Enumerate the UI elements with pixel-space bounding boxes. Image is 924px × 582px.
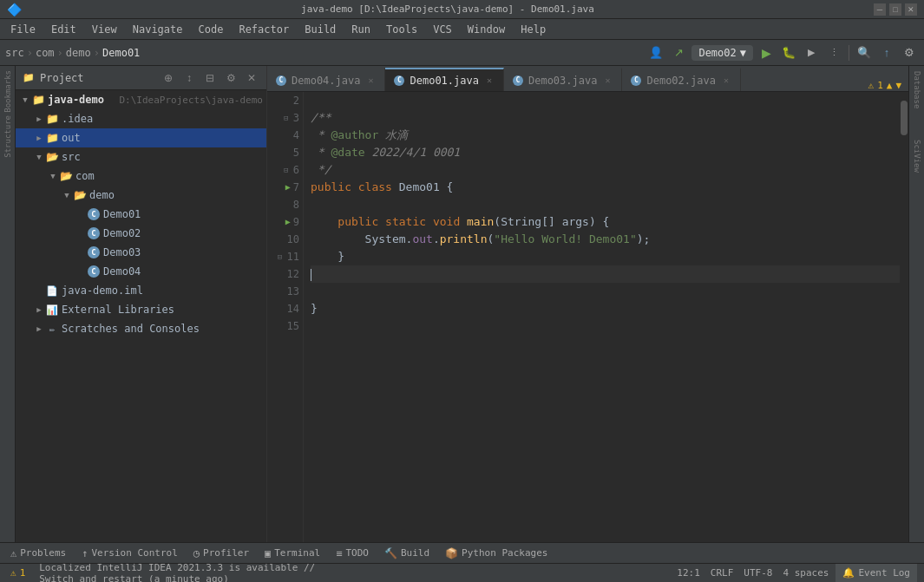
coverage-button[interactable]: ▶	[802, 43, 821, 62]
indent-setting[interactable]: 4 spaces	[779, 564, 832, 583]
tree-item-src[interactable]: ▼ 📂 src	[16, 147, 266, 167]
menu-vcs[interactable]: VCS	[426, 22, 459, 37]
inspection-badge[interactable]: ⚠ 1 ▲ ▼	[862, 80, 909, 91]
separator	[849, 45, 849, 61]
search-button[interactable]: 🔍	[855, 43, 874, 62]
breadcrumb-current[interactable]: Demo01	[102, 47, 140, 59]
tree-item-iml[interactable]: 📄 java-demo.iml	[16, 281, 266, 300]
tab-Demo02[interactable]: C Demo02.java ✕	[622, 68, 740, 91]
event-log-button[interactable]: 🔔 Event Log	[836, 564, 917, 583]
line-ending-text: CRLF	[711, 567, 734, 579]
settings-button[interactable]: ⚙	[900, 43, 919, 62]
editor[interactable]: 2 ⊟3 4 5 ⊟6 ▶7 8 ▶9 10 ⊟11 12 13 14 15	[267, 92, 908, 542]
tree-item-java-demo[interactable]: ▼ 📁 java-demo D:\IdeaProjects\java-demo	[16, 90, 266, 109]
tree-item-Demo04[interactable]: C Demo04	[16, 262, 266, 281]
problems-button[interactable]: ⚠ Problems	[3, 545, 73, 562]
update-button[interactable]: ↑	[877, 43, 896, 62]
tree-item-com[interactable]: ▼ 📂 com	[16, 167, 266, 186]
line-ending[interactable]: CRLF	[707, 564, 737, 583]
code-line-4: * @author 水滴	[311, 127, 900, 144]
code-line-11: }	[311, 248, 900, 265]
title-bar: 🔷 java-demo [D:\IdeaProjects\java-demo] …	[0, 0, 924, 19]
terminal-button[interactable]: ▣ Terminal	[258, 545, 327, 562]
menu-help[interactable]: Help	[514, 22, 553, 37]
run-config[interactable]: Demo02 ▼	[691, 45, 753, 61]
tab-demo04-close[interactable]: ✕	[365, 75, 376, 86]
menu-refactor[interactable]: Refactor	[232, 22, 296, 37]
sidebar-collapse-button[interactable]: ⊟	[202, 70, 218, 86]
menu-window[interactable]: Window	[461, 22, 512, 37]
left-panel-icons: Bookmarks Structure	[0, 66, 16, 542]
maximize-button[interactable]: □	[889, 3, 901, 16]
run-button[interactable]: ▶	[757, 43, 776, 62]
encoding[interactable]: UTF-8	[740, 564, 776, 583]
tree-item-Demo03[interactable]: C Demo03	[16, 243, 266, 262]
position-info[interactable]: 12:1	[673, 564, 704, 583]
tree-label-scratches: Scratches and Consoles	[62, 323, 263, 335]
tab-Demo01[interactable]: C Demo01.java ✕	[385, 68, 503, 91]
code-line-10: System.out.println("Hello World! Demo01"…	[311, 231, 900, 248]
menu-file[interactable]: File	[3, 22, 43, 37]
editor-tabs: C Demo04.java ✕ C Demo01.java ✕ C Demo03…	[267, 66, 908, 92]
build-button[interactable]: 🔨 Build	[377, 545, 436, 562]
sidebar-sync-button[interactable]: ↕	[181, 70, 197, 86]
tab-demo01-close[interactable]: ✕	[484, 75, 495, 86]
profiler-button[interactable]: ◷ Profiler	[187, 545, 256, 562]
version-control-button[interactable]: ↑ Version Control	[75, 545, 185, 562]
vcs-button[interactable]: ↗	[669, 43, 688, 62]
tree-item-external-libs[interactable]: ▶ 📊 External Libraries	[16, 300, 266, 319]
editor-scrollbar[interactable]	[900, 92, 908, 542]
tree-item-out[interactable]: ▶ 📁 out	[16, 128, 266, 147]
inspection-status[interactable]: ⚠ 1	[7, 564, 29, 583]
right-icon-database[interactable]: Database	[911, 66, 923, 114]
tree-item-demo[interactable]: ▼ 📂 demo	[16, 186, 266, 205]
breadcrumb-com[interactable]: com	[36, 47, 55, 59]
tab-demo04-icon: C	[276, 75, 286, 86]
left-icon-bookmarks[interactable]: Bookmarks	[2, 69, 14, 113]
tab-Demo04[interactable]: C Demo04.java ✕	[267, 68, 385, 91]
debug-button[interactable]: 🐛	[779, 43, 798, 62]
right-icon-sciview[interactable]: SciView	[911, 134, 923, 178]
sidebar-settings-button[interactable]: ⚙	[223, 70, 239, 86]
menu-run[interactable]: Run	[344, 22, 377, 37]
menu-code[interactable]: Code	[192, 22, 231, 37]
indent-text: 4 spaces	[783, 567, 829, 579]
menu-edit[interactable]: Edit	[44, 22, 83, 37]
breadcrumb: src › com › demo › Demo01	[5, 47, 140, 59]
git-button[interactable]: 👤	[646, 43, 665, 62]
editor-area: C Demo04.java ✕ C Demo01.java ✕ C Demo03…	[267, 66, 908, 542]
sidebar-close-button[interactable]: ✕	[244, 70, 259, 86]
run-icon: ▶	[762, 46, 771, 60]
tree-label-Demo04: Demo04	[103, 265, 263, 278]
tab-demo02-close[interactable]: ✕	[721, 75, 731, 86]
sidebar-add-button[interactable]: ⊕	[161, 70, 176, 86]
menu-view[interactable]: View	[85, 22, 124, 37]
todo-icon: ≡	[336, 547, 342, 559]
menu-tools[interactable]: Tools	[379, 22, 424, 37]
breadcrumb-demo[interactable]: demo	[66, 47, 91, 59]
menu-build[interactable]: Build	[298, 22, 343, 37]
menu-navigate[interactable]: Navigate	[126, 22, 190, 37]
left-icon-structure[interactable]: Structure	[2, 114, 14, 158]
line-10: 10	[271, 231, 299, 248]
tab-Demo03[interactable]: C Demo03.java ✕	[504, 68, 622, 91]
tree-item-idea[interactable]: ▶ 📁 .idea	[16, 109, 266, 128]
tree-item-scratches[interactable]: ▶ ✏ Scratches and Consoles	[16, 319, 266, 338]
todo-button[interactable]: ≡ TODO	[329, 545, 376, 562]
code-editor[interactable]: /** * @author 水滴 * @date 2022/4/1 0001 *…	[304, 92, 900, 542]
app-logo: 🔷	[7, 3, 22, 16]
toolbar: src › com › demo › Demo01 👤 ↗ Demo02 ▼ ▶…	[0, 40, 924, 66]
tree-item-Demo02[interactable]: C Demo02	[16, 224, 266, 243]
minimize-button[interactable]: ─	[874, 3, 886, 16]
line-3: ⊟3	[271, 109, 299, 127]
status-bar: ⚠ 1 Localized IntelliJ IDEA 2021.3.3 is …	[0, 563, 924, 582]
close-button[interactable]: ✕	[905, 3, 917, 16]
breadcrumb-src[interactable]: src	[5, 47, 24, 59]
tab-demo03-close[interactable]: ✕	[602, 75, 613, 86]
tree-item-Demo01[interactable]: C Demo01	[16, 205, 266, 224]
terminal-label: Terminal	[274, 547, 320, 559]
warning-count: 1	[877, 80, 883, 91]
window-controls[interactable]: ─ □ ✕	[874, 3, 917, 16]
python-packages-button[interactable]: 📦 Python Packages	[438, 545, 554, 562]
more-run-button[interactable]: ⋮	[824, 43, 843, 62]
